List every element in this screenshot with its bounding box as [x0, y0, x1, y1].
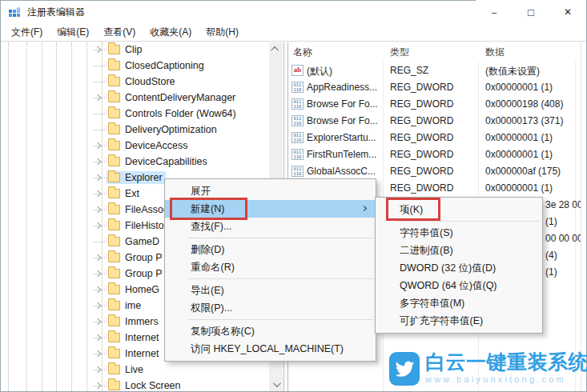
context-menu-row: 查找(F)... [165, 218, 376, 235]
chevron-right-icon[interactable] [94, 286, 101, 293]
chevron-right-icon[interactable] [94, 254, 101, 261]
tree-item-body[interactable]: Group P [107, 251, 166, 264]
tree-item-body[interactable]: Immers [107, 315, 162, 328]
scroll-down-icon[interactable] [269, 378, 283, 391]
menu-item-label: QWORD (64 位)值(Q) [400, 279, 497, 293]
chevron-right-icon[interactable] [94, 382, 101, 389]
menubar-item[interactable]: 编辑(E) [50, 23, 96, 42]
tree-item[interactable]: Controls Folder (Wow64) [1, 106, 269, 122]
chevron-right-icon[interactable] [94, 142, 101, 149]
value-type: REG_DWORD [390, 182, 453, 194]
menu-separator [398, 221, 541, 222]
tree-item[interactable]: Lock Screen [1, 378, 269, 391]
tree-item-body[interactable]: Lock Screen [107, 379, 183, 391]
context-menu-item[interactable]: 重命名(R) [165, 258, 376, 276]
menubar-item[interactable]: 查看(V) [96, 23, 143, 42]
submenu-item[interactable]: 字符串值(S) [376, 224, 542, 242]
tree-item-label: Ext [125, 188, 139, 199]
menubar-item[interactable]: 文件(F) [4, 23, 50, 42]
chevron-right-icon[interactable] [94, 222, 101, 229]
reg-dword-icon: 011110 [291, 82, 304, 93]
menubar-item[interactable]: 帮助(H) [199, 23, 246, 42]
context-menu-item[interactable]: 访问 HKEY_LOCAL_MACHINE(T) [165, 340, 376, 358]
submenu-item[interactable]: QWORD (64 位)值(Q) [376, 277, 542, 294]
tree-item-body[interactable]: ClosedCaptioning [107, 59, 207, 72]
chevron-right-icon[interactable] [94, 334, 101, 341]
registry-value-row[interactable]: 011110 AppReadiness... REG_DWORD 0x00000… [288, 79, 581, 96]
registry-value-row[interactable]: 011110 FirstRunTelem... REG_DWORD 0x0000… [288, 146, 581, 163]
tree-item-label: Clip [125, 44, 143, 55]
folder-icon [108, 205, 120, 214]
tree-item-body[interactable]: Clip [107, 43, 146, 56]
chevron-right-icon[interactable] [94, 318, 101, 325]
value-type: REG_SZ [390, 65, 428, 76]
tree-item-body[interactable]: ime [107, 299, 144, 312]
tree-item-body[interactable]: Controls Folder (Wow64) [107, 107, 239, 120]
registry-value-row[interactable]: ab (默认) REG_SZ (数值未设置) [288, 62, 581, 79]
chevron-right-icon[interactable] [94, 270, 101, 277]
registry-value-row[interactable]: 011110 Browse For Fo... REG_DWORD 0x0000… [288, 113, 581, 130]
tree-item-body[interactable]: Ext [107, 187, 143, 200]
chevron-right-icon[interactable] [94, 366, 101, 373]
submenu-item[interactable]: 可扩充字符串值(E) [376, 312, 542, 330]
tree-item-body[interactable]: GameD [107, 235, 163, 248]
value-data: 0x00000173 (371) [485, 115, 563, 126]
chevron-right-icon[interactable] [94, 158, 101, 165]
maximize-button[interactable]: □ [513, 0, 549, 24]
context-menu-item[interactable]: 权限(P)... [165, 299, 376, 317]
tree-item[interactable]: ClosedCaptioning [1, 58, 269, 74]
chevron-right-icon[interactable] [94, 350, 101, 357]
tree-item[interactable]: ContentDeliveryManager [1, 90, 269, 106]
tree-item-body[interactable]: FileHisto [107, 219, 167, 232]
chevron-right-icon[interactable] [94, 174, 101, 181]
submenu-item[interactable]: 多字符串值(M) [376, 294, 542, 312]
column-header-type[interactable]: 类型 [390, 46, 409, 59]
submenu-item[interactable]: DWORD (32 位)值(D) [376, 259, 542, 277]
menu-separator [187, 238, 374, 238]
context-menu-item[interactable]: 导出(E) [165, 282, 376, 299]
menubar-item[interactable]: 收藏夹(A) [143, 23, 199, 42]
menu-item-label: 可扩充字符串值(E) [400, 314, 483, 328]
chevron-right-icon[interactable] [94, 46, 101, 53]
registry-value-row[interactable]: 011110 ExplorerStartu... REG_DWORD 0x000… [288, 130, 581, 146]
tree-item-body[interactable]: Explorer [107, 171, 166, 184]
scroll-up-icon[interactable] [269, 42, 283, 56]
close-button[interactable]: ✕ [549, 0, 586, 24]
tree-item-body[interactable]: ContentDeliveryManager [107, 91, 239, 104]
tree-item[interactable]: Clip [1, 42, 269, 58]
tree-item[interactable]: Live [1, 362, 269, 378]
column-header-data[interactable]: 数据 [485, 46, 505, 59]
tree-item-body[interactable]: DeliveryOptimization [107, 123, 220, 136]
chevron-right-icon[interactable] [94, 190, 101, 197]
value-data: 0x00000001 (1) [485, 149, 553, 160]
submenu-item[interactable]: 二进制值(B) [376, 242, 542, 259]
context-menu-item[interactable]: 删除(D) [165, 241, 376, 258]
context-menu-row: 复制项名称(C) [165, 322, 376, 340]
tree-item-body[interactable]: FileAssoc [107, 203, 171, 216]
tree-item-body[interactable]: DeviceCapabilities [107, 155, 211, 168]
tree-item[interactable]: DeviceCapabilities [1, 154, 269, 170]
tree-item-label: DeviceAccess [125, 140, 188, 151]
tree-item[interactable]: CloudStore [1, 74, 269, 90]
tree-item[interactable]: DeviceAccess [1, 138, 269, 154]
tree-item-body[interactable]: HomeG [107, 283, 163, 296]
context-menu-item[interactable]: 复制项名称(C) [165, 322, 376, 340]
tree-item-label: Controls Folder (Wow64) [125, 108, 236, 119]
registry-value-row[interactable]: 011110 Browse For Fo... REG_DWORD 0x0000… [288, 96, 581, 113]
context-menu-item[interactable]: 查找(F)... [165, 218, 376, 235]
registry-value-row[interactable]: 011110 GlobalAssocC... REG_DWORD 0x00000… [288, 163, 581, 180]
tree-item-body[interactable]: Group P [107, 267, 166, 280]
chevron-right-icon[interactable] [94, 94, 101, 101]
chevron-right-icon[interactable] [94, 302, 101, 309]
column-header-name[interactable]: 名称 [293, 46, 312, 59]
tree-item-body[interactable]: DeviceAccess [107, 139, 191, 152]
tree-item-body[interactable]: Live [107, 363, 147, 376]
tree-item-body[interactable]: Internet [107, 347, 162, 360]
tree-item-body[interactable]: CloudStore [107, 75, 179, 88]
tree-item-body[interactable]: Internet [107, 331, 162, 344]
tree-item[interactable]: DeliveryOptimization [1, 122, 269, 138]
folder-icon [108, 253, 120, 262]
minimize-button[interactable]: – [476, 0, 513, 24]
chevron-right-icon[interactable] [94, 206, 101, 213]
tree-item-label: DeliveryOptimization [125, 124, 217, 135]
